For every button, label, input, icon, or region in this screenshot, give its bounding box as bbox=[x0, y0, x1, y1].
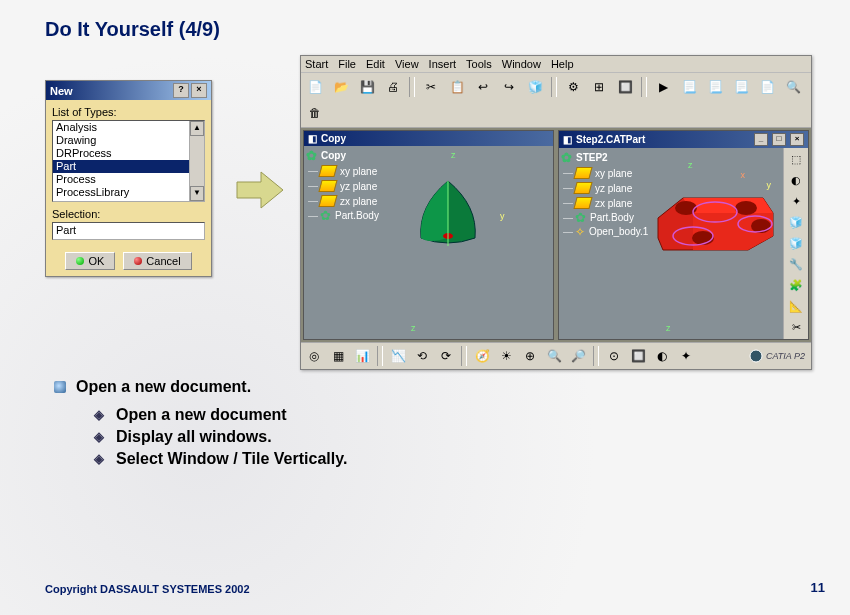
tree-item[interactable]: yz plane bbox=[575, 182, 656, 194]
toolbar-button[interactable]: ▶ bbox=[651, 75, 675, 99]
top-toolbar: 📄📂💾🖨✂📋↩↪🧊⚙⊞🔲▶📃📃📃📄🔍🗑 bbox=[301, 73, 811, 128]
toolbar-button[interactable]: ✦ bbox=[785, 192, 807, 211]
toolbar-button[interactable]: ⟲ bbox=[411, 345, 433, 367]
toolbar-button[interactable]: 🧊 bbox=[785, 213, 807, 232]
menu-insert[interactable]: Insert bbox=[429, 58, 457, 70]
menu-window[interactable]: Window bbox=[502, 58, 541, 70]
toolbar-button[interactable]: 🗑 bbox=[303, 101, 327, 125]
toolbar-button[interactable]: 📃 bbox=[677, 75, 701, 99]
toolbar-button[interactable]: 🧩 bbox=[785, 276, 807, 295]
menu-view[interactable]: View bbox=[395, 58, 419, 70]
toolbar-button[interactable]: 🔍 bbox=[543, 345, 565, 367]
minimize-button[interactable]: _ bbox=[754, 133, 768, 146]
toolbar-button[interactable]: 🧭 bbox=[471, 345, 493, 367]
toolbar-button[interactable]: 📉 bbox=[387, 345, 409, 367]
tree-item[interactable]: ✧Open_body.1 bbox=[575, 226, 656, 237]
toolbar-button[interactable]: ◐ bbox=[785, 171, 807, 190]
tree-step2[interactable]: ✿ STEP2 xy planeyz planezx plane✿Part.Bo… bbox=[559, 148, 658, 339]
dialog-title-text: New bbox=[50, 85, 73, 97]
toolbar-button[interactable]: 📐 bbox=[785, 297, 807, 316]
toolbar-button[interactable]: ⊙ bbox=[603, 345, 625, 367]
toolbar-button[interactable]: 📄 bbox=[303, 75, 327, 99]
toolbar-button[interactable]: 🧊 bbox=[785, 234, 807, 253]
toolbar-button[interactable]: 💾 bbox=[355, 75, 379, 99]
toolbar-button[interactable]: ✂ bbox=[785, 318, 807, 337]
listbox-scrollbar[interactable]: ▲ ▼ bbox=[189, 121, 204, 201]
svg-point-3 bbox=[735, 201, 757, 215]
page-number: 11 bbox=[811, 580, 825, 595]
child-title-step2: Step2.CATPart bbox=[576, 134, 645, 145]
toolbar-button[interactable]: 📃 bbox=[729, 75, 753, 99]
toolbar-button[interactable]: 📋 bbox=[445, 75, 469, 99]
toolbar-button[interactable]: 📃 bbox=[703, 75, 727, 99]
close-button[interactable]: × bbox=[790, 133, 804, 146]
toolbar-button[interactable]: 🖨 bbox=[381, 75, 405, 99]
menu-edit[interactable]: Edit bbox=[366, 58, 385, 70]
tree-item[interactable]: ✿Part.Body bbox=[320, 210, 401, 221]
type-item[interactable]: Process bbox=[53, 173, 204, 186]
toolbar-button[interactable]: ▦ bbox=[327, 345, 349, 367]
toolbar-button[interactable]: ☀ bbox=[495, 345, 517, 367]
toolbar-button[interactable]: 🔧 bbox=[785, 255, 807, 274]
separator bbox=[461, 346, 467, 366]
tree-item[interactable]: yz plane bbox=[320, 180, 401, 192]
toolbar-button[interactable]: ⟳ bbox=[435, 345, 457, 367]
menu-help[interactable]: Help bbox=[551, 58, 574, 70]
cancel-button[interactable]: Cancel bbox=[123, 252, 191, 270]
toolbar-button[interactable]: ✂ bbox=[419, 75, 443, 99]
types-listbox[interactable]: AnalysisDrawingDRProcessPartProcessProce… bbox=[52, 120, 205, 202]
scroll-up-icon[interactable]: ▲ bbox=[190, 121, 204, 136]
scroll-down-icon[interactable]: ▼ bbox=[190, 186, 204, 201]
tree-copy[interactable]: ✿ Copy xy planeyz planezx plane✿Part.Bod… bbox=[304, 146, 403, 339]
toolbar-button[interactable]: ◐ bbox=[651, 345, 673, 367]
catia-app-window: StartFileEditViewInsertToolsWindowHelp 📄… bbox=[300, 55, 812, 370]
toolbar-button[interactable]: ⊞ bbox=[587, 75, 611, 99]
close-button[interactable]: × bbox=[191, 83, 207, 98]
tree-item-label: xy plane bbox=[340, 166, 377, 177]
toolbar-button[interactable]: 📂 bbox=[329, 75, 353, 99]
toolbar-button[interactable]: ⬚ bbox=[785, 150, 807, 169]
ok-button[interactable]: OK bbox=[65, 252, 115, 270]
type-item[interactable]: Part bbox=[53, 160, 204, 173]
tree-item-label: yz plane bbox=[340, 181, 377, 192]
brand-icon bbox=[749, 349, 763, 363]
slide-title: Do It Yourself (4/9) bbox=[45, 18, 220, 41]
menu-file[interactable]: File bbox=[338, 58, 356, 70]
right-toolbar: ⬚◐✦🧊🧊🔧🧩📐✂ bbox=[783, 148, 808, 339]
type-item[interactable]: Drawing bbox=[53, 134, 204, 147]
tree-item[interactable]: zx plane bbox=[320, 195, 401, 207]
maximize-button[interactable]: □ bbox=[772, 133, 786, 146]
toolbar-button[interactable]: ↪ bbox=[497, 75, 521, 99]
toolbar-button[interactable]: ✦ bbox=[675, 345, 697, 367]
toolbar-button[interactable]: 🔎 bbox=[567, 345, 589, 367]
toolbar-button[interactable]: ⊕ bbox=[519, 345, 541, 367]
window-icon: ◧ bbox=[308, 133, 317, 144]
svg-point-4 bbox=[692, 231, 714, 245]
tree-item[interactable]: ✿Part.Body bbox=[575, 212, 656, 223]
type-item[interactable]: DRProcess bbox=[53, 147, 204, 160]
instruction-sub: ◈Open a new document bbox=[94, 406, 347, 424]
gear-icon: ✿ bbox=[306, 151, 317, 161]
tree-item[interactable]: xy plane bbox=[575, 167, 656, 179]
menubar: StartFileEditViewInsertToolsWindowHelp bbox=[301, 56, 811, 73]
toolbar-button[interactable]: ⚙ bbox=[561, 75, 585, 99]
viewport-copy[interactable]: z y z bbox=[403, 146, 553, 339]
tree-item[interactable]: zx plane bbox=[575, 197, 656, 209]
type-item[interactable]: ProcessLibrary bbox=[53, 186, 204, 199]
toolbar-button[interactable]: 🔍 bbox=[781, 75, 805, 99]
toolbar-button[interactable]: ↩ bbox=[471, 75, 495, 99]
tree-item[interactable]: xy plane bbox=[320, 165, 401, 177]
selection-field[interactable]: Part bbox=[52, 222, 205, 240]
toolbar-button[interactable]: 📄 bbox=[755, 75, 779, 99]
menu-start[interactable]: Start bbox=[305, 58, 328, 70]
toolbar-button[interactable]: 🔲 bbox=[613, 75, 637, 99]
toolbar-button[interactable]: 🧊 bbox=[523, 75, 547, 99]
type-item[interactable]: Analysis bbox=[53, 121, 204, 134]
separator bbox=[409, 77, 415, 97]
menu-tools[interactable]: Tools bbox=[466, 58, 492, 70]
viewport-step2[interactable]: z x y bbox=[658, 148, 783, 339]
toolbar-button[interactable]: 🔲 bbox=[627, 345, 649, 367]
toolbar-button[interactable]: ◎ bbox=[303, 345, 325, 367]
toolbar-button[interactable]: 📊 bbox=[351, 345, 373, 367]
help-button[interactable]: ? bbox=[173, 83, 189, 98]
